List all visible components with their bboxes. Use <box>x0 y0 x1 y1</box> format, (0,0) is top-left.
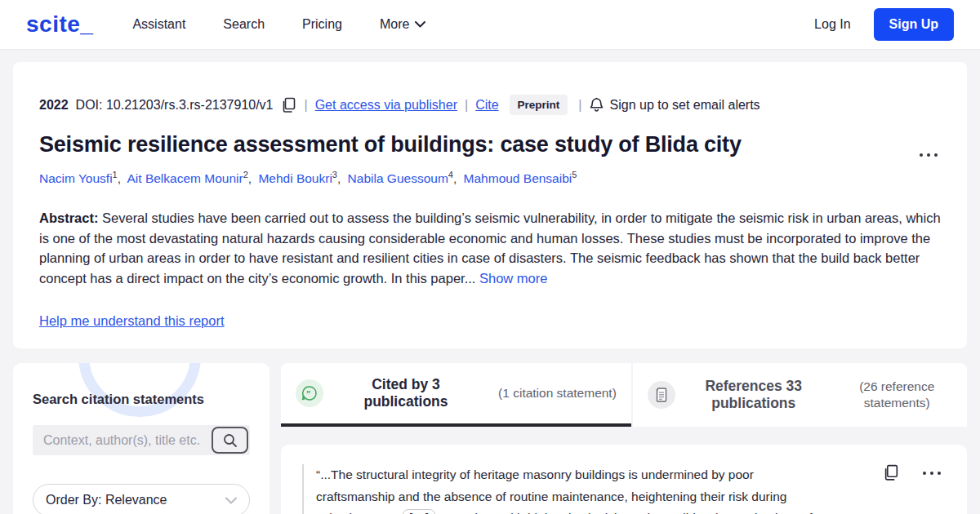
svg-text:”: ” <box>306 389 310 398</box>
scite-logo[interactable]: scite_ <box>26 11 93 38</box>
order-by-dropdown[interactable]: Order By: Relevance <box>33 484 250 514</box>
quote-bubble-icon: ” <box>296 379 323 407</box>
document-icon <box>648 381 675 409</box>
author-link[interactable]: Nabila Guessoum <box>348 171 448 185</box>
get-access-link[interactable]: Get access via publisher <box>315 98 457 113</box>
tab-cited-by[interactable]: ” Cited by 3 publications (1 citation st… <box>281 363 631 427</box>
help-understand-link[interactable]: Help me understand this report <box>39 313 225 329</box>
bell-icon <box>590 97 604 113</box>
abstract-paragraph: Abstract: Several studies have been carr… <box>39 208 941 288</box>
citation-search-panel: Search citation statements Order By: Rel… <box>13 363 270 514</box>
reference-chip[interactable]: [28] <box>403 509 435 514</box>
chevron-down-icon <box>225 497 237 504</box>
citation-statement-card: “...The structural integrity of heritage… <box>281 445 967 514</box>
navbar-right: Log In Sign Up <box>814 8 954 41</box>
paper-summary-card: 2022 DOI: 10.21203/rs.3.rs-2137910/v1 | … <box>13 62 967 348</box>
email-alerts-action[interactable]: Sign up to set email alerts <box>590 97 760 113</box>
copy-citation-icon[interactable] <box>883 464 900 481</box>
citation-statement-text: “...The structural integrity of heritage… <box>302 464 829 514</box>
author-affiliation-sup: 5 <box>572 170 577 179</box>
copy-doi-icon[interactable] <box>281 97 297 113</box>
author-link[interactable]: Mehdi Boukri <box>258 171 332 185</box>
nav-more-label: More <box>380 17 409 32</box>
author-separator: , <box>118 171 121 185</box>
abstract-label: Abstract: <box>39 210 98 225</box>
citation-search-heading: Search citation statements <box>33 392 250 407</box>
author-link[interactable]: Nacim Yousfi <box>39 171 113 185</box>
author-affiliation-sup: 1 <box>113 170 118 179</box>
nav-item-pricing[interactable]: Pricing <box>302 17 342 32</box>
tab-references-note: (26 reference statements) <box>831 379 967 411</box>
meta-separator: | <box>465 98 468 113</box>
citation-more-options-icon[interactable] <box>923 472 941 475</box>
order-by-value: Order By: Relevance <box>46 493 167 507</box>
sign-up-button[interactable]: Sign Up <box>874 8 954 41</box>
authors-row: Nacim Yousfi1, Ait Belkacem Mounir2, Meh… <box>39 170 941 186</box>
search-icon <box>223 433 238 448</box>
citation-search-button[interactable] <box>212 427 248 454</box>
citation-actions <box>883 464 941 481</box>
log-in-link[interactable]: Log In <box>814 17 850 32</box>
paper-title: Seismic resilience assessment of buildin… <box>39 132 941 157</box>
nav-item-more[interactable]: More <box>380 17 425 32</box>
citation-search-row <box>33 425 250 455</box>
author-affiliation-sup: 2 <box>243 170 248 179</box>
publication-year: 2022 <box>39 98 69 113</box>
paper-more-options-icon[interactable] <box>920 153 938 157</box>
citations-references-tabs: ” Cited by 3 publications (1 citation st… <box>281 363 967 427</box>
chevron-down-icon <box>415 21 425 28</box>
tab-references-label: References 33 publications <box>675 378 831 412</box>
paper-meta-row: 2022 DOI: 10.21203/rs.3.rs-2137910/v1 | … <box>39 95 941 115</box>
doi-text: DOI: 10.21203/rs.3.rs-2137910/v1 <box>76 98 274 113</box>
cite-link[interactable]: Cite <box>475 98 498 113</box>
author-separator: , <box>248 171 252 185</box>
author-link[interactable]: Mahmoud Bensaibi <box>464 171 572 185</box>
tab-references[interactable]: References 33 publications (26 reference… <box>633 363 967 427</box>
nav-item-search[interactable]: Search <box>223 17 265 32</box>
meta-separator: | <box>305 98 308 113</box>
author-link[interactable]: Ait Belkacem Mounir <box>127 171 243 185</box>
meta-separator: | <box>578 98 581 113</box>
show-more-link[interactable]: Show more <box>479 271 547 286</box>
nav-item-assistant[interactable]: Assistant <box>132 17 185 32</box>
tab-cited-note: (1 citation statement) <box>488 385 631 401</box>
decorative-arc <box>78 363 201 417</box>
top-navbar: scite_ Assistant Search Pricing More Log… <box>0 0 980 50</box>
tab-cited-label: Cited by 3 publications <box>323 376 488 410</box>
email-alerts-label: Sign up to set email alerts <box>610 98 760 113</box>
author-separator: , <box>337 171 341 185</box>
author-separator: , <box>453 171 457 185</box>
preprint-badge: Preprint <box>510 95 568 115</box>
citation-search-input[interactable] <box>33 433 212 448</box>
